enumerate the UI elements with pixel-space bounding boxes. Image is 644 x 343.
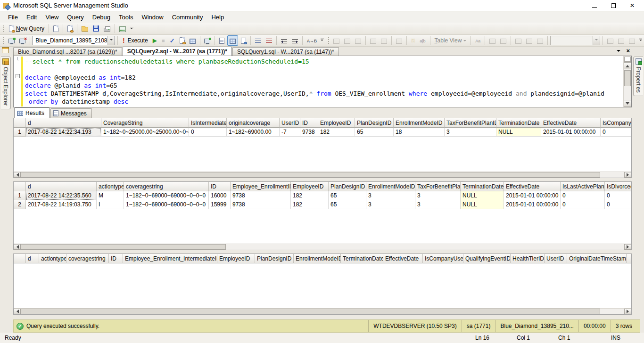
column-header[interactable]: UserID <box>545 254 567 263</box>
toolbar-grip[interactable] <box>2 36 4 45</box>
column-header[interactable]: EnrollmentModeID <box>366 182 415 191</box>
column-header[interactable]: PlanDesignID <box>329 182 366 191</box>
grid-cell[interactable]: 0 <box>561 191 605 200</box>
menu-community[interactable]: Community <box>168 12 207 22</box>
menu-help[interactable]: Help <box>207 12 228 22</box>
code-line[interactable]: select DATETIMESTAMP d,CoverageString,Is… <box>25 90 623 98</box>
menu-tools[interactable]: Tools <box>115 12 137 22</box>
grid-cell[interactable]: 2017-08-22 14:19:03.750 <box>26 200 97 209</box>
grid-cell[interactable]: 3 <box>366 191 415 200</box>
parse-button[interactable]: ✓ <box>168 35 177 46</box>
grid-cell[interactable]: NULL <box>461 200 504 209</box>
results-to-file-button[interactable] <box>239 35 248 46</box>
grid-cell[interactable]: NULL <box>461 191 504 200</box>
menu-window[interactable]: Window <box>137 12 167 22</box>
scroll-up-button[interactable] <box>624 62 631 69</box>
scroll-left-button[interactable] <box>14 309 21 314</box>
grid-cell[interactable]: 1~182~0~25000.00~25000.00~0~0.00~0 <box>101 128 189 137</box>
tab-list-dropdown-icon[interactable] <box>617 50 620 54</box>
uncomment-lines-button[interactable] <box>264 35 274 46</box>
menu-file[interactable]: File <box>4 12 22 22</box>
scroll-down-button[interactable] <box>624 100 631 107</box>
save-button[interactable] <box>91 24 101 34</box>
grid-cell[interactable]: -7 <box>280 128 300 137</box>
column-header[interactable]: QualifyingEventID <box>463 254 511 263</box>
column-header[interactable]: ID <box>109 254 123 263</box>
row-header[interactable]: 2 <box>14 200 26 209</box>
scroll-thumb[interactable] <box>624 70 631 86</box>
pane-splitter[interactable] <box>13 250 632 253</box>
connect-button[interactable] <box>7 35 17 46</box>
new-query-button[interactable]: New Query <box>7 24 46 34</box>
scroll-right-button[interactable] <box>624 309 631 314</box>
grid-cell[interactable]: I <box>97 200 124 209</box>
toolbar-grip[interactable] <box>327 36 329 45</box>
grid-cell[interactable]: 15999 <box>209 200 231 209</box>
column-header[interactable]: originalcoverage <box>227 118 280 128</box>
grid-cell[interactable]: 9738 <box>231 191 291 200</box>
menu-query[interactable]: Query <box>63 12 88 22</box>
scroll-right-button[interactable] <box>624 244 631 250</box>
toolbar-overflow-button[interactable] <box>320 36 325 45</box>
column-header[interactable]: coveragestring <box>66 254 109 263</box>
scroll-left-button[interactable] <box>14 172 21 178</box>
toolbar-overflow-button[interactable] <box>638 36 643 45</box>
grid-cell[interactable]: 1~182~0~69000~69000~0~0~0 <box>124 200 209 209</box>
restore-button[interactable] <box>609 1 618 10</box>
row-header[interactable]: 1 <box>14 191 26 200</box>
editor-split-handle[interactable] <box>624 57 631 62</box>
increase-indent-button[interactable] <box>290 35 300 46</box>
scroll-thumb[interactable] <box>21 172 600 178</box>
code-line[interactable]: order by datetimestamp desc <box>25 98 623 106</box>
tab-messages[interactable]: Messages <box>50 108 92 118</box>
column-header[interactable]: EmployeeID <box>318 118 355 128</box>
grid-cell[interactable]: 182 <box>291 191 329 200</box>
column-header[interactable]: EffectiveDate <box>383 254 423 263</box>
column-header[interactable]: actiontype <box>39 254 66 263</box>
column-header[interactable]: IsIntermediate <box>189 118 227 128</box>
doc-tab-1[interactable]: Blue_Diamond.sql ...82017 (sa (1629))* <box>13 47 122 56</box>
row-header[interactable]: 1 <box>14 128 26 137</box>
editor-code-area[interactable]: --select * from reductionscheduledetails… <box>23 56 623 107</box>
decrease-indent-button[interactable] <box>279 35 289 46</box>
column-header[interactable]: EffectiveDate <box>504 182 561 191</box>
grid-cell[interactable]: 182 <box>318 128 355 137</box>
grid-cell[interactable]: 0 <box>561 200 605 209</box>
column-header[interactable]: IsLastActivePlan <box>561 182 605 191</box>
column-header[interactable]: Employee_Enrollment_IntermediateID <box>123 254 217 263</box>
tuning-advisor-button[interactable] <box>188 35 198 46</box>
code-line[interactable]: declare @planid as int=65 <box>25 82 623 90</box>
column-header[interactable]: Employee_EnrollmentID <box>231 182 291 191</box>
column-header[interactable]: TerminationDate <box>341 254 383 263</box>
grid-cell[interactable]: 3 <box>445 128 496 137</box>
client-statistics-button[interactable] <box>202 35 212 46</box>
column-header[interactable]: d <box>26 254 39 263</box>
grid-corner-cell[interactable] <box>14 254 26 263</box>
column-header[interactable]: EmployeeID <box>291 182 329 191</box>
results-to-grid-button[interactable] <box>227 35 238 46</box>
column-header[interactable]: IsCompanyUser <box>601 118 631 128</box>
grid-corner-cell[interactable] <box>14 118 26 128</box>
column-header[interactable]: UserID <box>280 118 300 128</box>
debug-button[interactable]: ▶ <box>151 35 159 46</box>
column-header[interactable]: TerminationDate <box>496 118 541 128</box>
column-header[interactable]: HealthTierID <box>511 254 545 263</box>
scroll-thumb[interactable] <box>21 309 600 314</box>
grid-cell[interactable]: NULL <box>496 128 541 137</box>
template-parameters-button[interactable]: A→B <box>305 35 319 46</box>
database-engine-query-button[interactable] <box>51 24 60 34</box>
column-header[interactable]: TerminationDate <box>461 182 504 191</box>
grid-cell[interactable]: 2015-01-01 00:00:00 <box>504 191 561 200</box>
column-header[interactable]: PlanDesignID <box>255 254 294 263</box>
toolbar-overflow-button[interactable] <box>129 24 134 33</box>
grid-cell[interactable]: 0 <box>189 128 227 137</box>
toolbar-grip[interactable] <box>2 24 5 33</box>
available-databases-combo[interactable]: Blue_Diamond_13895_2108 <box>33 36 115 45</box>
column-header[interactable]: EffectiveDate <box>541 118 601 128</box>
column-header[interactable] <box>627 254 631 263</box>
code-line[interactable] <box>25 65 623 74</box>
column-header[interactable]: d <box>26 118 101 128</box>
grid-cell[interactable]: 1~182~69000.00 <box>227 128 280 137</box>
grid-cell[interactable]: 2017-08-22 14:22:34.193 <box>26 128 101 137</box>
column-header[interactable]: d <box>26 182 97 191</box>
